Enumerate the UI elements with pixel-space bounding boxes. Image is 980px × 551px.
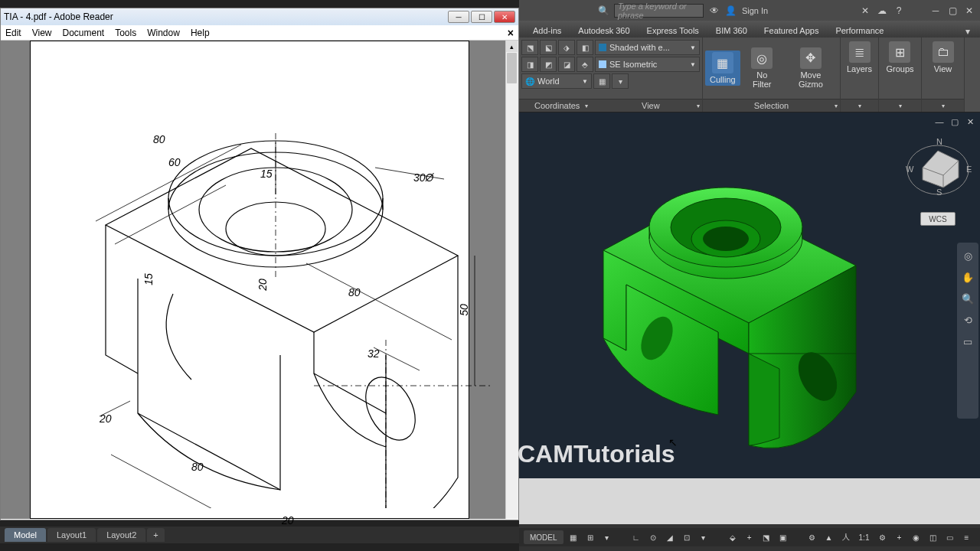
panel-groups-drop[interactable]: ▾: [879, 99, 921, 112]
ucs-icon-5[interactable]: ◨: [521, 57, 538, 72]
move-gizmo-button[interactable]: ✥Move Gizmo: [784, 46, 838, 90]
selection-cycling-icon[interactable]: ▣: [776, 530, 790, 544]
view-preset-dropdown[interactable]: SE Isometric▼: [595, 57, 700, 72]
3dosnap-icon[interactable]: ⬙: [726, 530, 740, 544]
anno-scale-icon[interactable]: 人: [839, 530, 853, 544]
layers-button[interactable]: ≣Layers: [842, 40, 877, 75]
ucs-icon-8[interactable]: ⬘: [577, 57, 593, 72]
clean-screen-icon[interactable]: ▭: [942, 530, 956, 544]
dyn-input-icon[interactable]: +: [743, 530, 756, 544]
grid-icon[interactable]: ▦: [567, 530, 580, 544]
menu-document[interactable]: Document: [62, 28, 104, 38]
user-icon[interactable]: 👤: [725, 5, 737, 17]
pan-icon[interactable]: ✋: [961, 270, 975, 284]
menu-view[interactable]: View: [32, 28, 52, 38]
viewport-drop-icon[interactable]: ▾: [612, 73, 629, 89]
close-button[interactable]: ✕: [494, 11, 515, 23]
orbit-icon[interactable]: ⟲: [961, 313, 975, 327]
viewport-maximize-icon[interactable]: ▢: [949, 116, 961, 127]
ucs-world-dropdown[interactable]: 🌐World▼: [521, 73, 592, 89]
reader-scrollbar[interactable]: ▴: [505, 41, 518, 519]
reader-titlebar[interactable]: TIA - 4.pdf - Adobe Reader ─ ☐ ✕: [1, 8, 518, 25]
search-input[interactable]: Type a keyword or phrase: [614, 4, 704, 18]
viewport-config-icon[interactable]: ▦: [593, 73, 610, 89]
tab-autodesk360[interactable]: Autodesk 360: [570, 24, 637, 37]
tab-layout1[interactable]: Layout1: [47, 528, 96, 542]
wcs-badge[interactable]: WCS: [920, 212, 956, 226]
isolate-icon[interactable]: ◫: [926, 530, 939, 544]
osnap-icon[interactable]: ⊡: [680, 530, 694, 544]
ortho-icon[interactable]: ∟: [629, 530, 643, 544]
viewport-minimize-icon[interactable]: —: [933, 116, 946, 127]
dim-20-left: 20: [100, 412, 112, 425]
panel-selection[interactable]: Selection▾: [703, 99, 840, 112]
iso-icon[interactable]: ◢: [663, 530, 677, 544]
tab-model[interactable]: Model: [5, 528, 46, 542]
tab-bim360[interactable]: BIM 360: [708, 24, 755, 37]
scroll-thumb[interactable]: [507, 53, 517, 83]
menu-help[interactable]: Help: [191, 28, 210, 38]
menu-edit[interactable]: Edit: [5, 28, 21, 38]
maximize-button[interactable]: ☐: [471, 11, 492, 23]
window-minimize-icon[interactable]: ─: [929, 5, 942, 17]
visual-style-dropdown[interactable]: Shaded with e...▼: [595, 40, 700, 55]
panel-view-drop[interactable]: ▾: [922, 99, 964, 112]
zoom-icon[interactable]: 🔍: [961, 292, 975, 305]
search-icon[interactable]: 🔍: [597, 5, 609, 17]
anno-monitor-icon[interactable]: ▲: [822, 530, 836, 544]
tab-performance[interactable]: Performance: [828, 24, 891, 37]
dim-20-bottom: 20: [282, 514, 294, 527]
panel-coordinates-view[interactable]: Coordinates ▾ View ▾: [519, 99, 702, 112]
no-filter-button[interactable]: ◎No Filter: [743, 46, 782, 90]
polar-icon[interactable]: ⊙: [646, 530, 660, 544]
tab-express-tools[interactable]: Express Tools: [639, 24, 707, 37]
gear-icon[interactable]: ⚙: [875, 530, 889, 544]
ucs-icon-2[interactable]: ⬕: [540, 40, 557, 55]
document-close-icon[interactable]: ×: [508, 27, 514, 39]
workspace-icon[interactable]: ⚙: [805, 530, 819, 544]
help-icon[interactable]: ?: [893, 5, 905, 17]
ucs-icon-3[interactable]: ⬗: [558, 40, 575, 55]
ucs-icon-1[interactable]: ⬔: [521, 40, 538, 55]
minimize-button[interactable]: ─: [448, 11, 469, 23]
3d-viewport[interactable]: — ▢ ✕: [519, 112, 980, 478]
dyn-ucs-icon[interactable]: ⬔: [760, 530, 773, 544]
status-model[interactable]: MODEL: [524, 530, 564, 544]
viewcube[interactable]: N E S W: [903, 135, 972, 197]
view-button[interactable]: 🗀View: [928, 40, 959, 75]
exchange-icon[interactable]: ✕: [859, 5, 871, 17]
ucs-icon-7[interactable]: ◪: [558, 57, 575, 72]
acad-titlebar: 🔍 Type a keyword or phrase 👁 👤 Sign In ✕…: [519, 0, 980, 21]
window-close-icon[interactable]: ✕: [963, 5, 975, 17]
customize-icon[interactable]: ≡: [959, 530, 973, 544]
snap-icon[interactable]: ⊞: [583, 530, 597, 544]
snap-drop-icon[interactable]: ▾: [600, 530, 614, 544]
hw-accel-icon[interactable]: ◉: [909, 530, 923, 544]
menu-window[interactable]: Window: [147, 28, 180, 38]
scroll-up-icon[interactable]: ▴: [506, 41, 518, 52]
scale-label[interactable]: 1:1: [856, 530, 873, 544]
culling-button[interactable]: ▦Culling: [705, 51, 740, 86]
add-scale-icon[interactable]: +: [892, 530, 906, 544]
sign-in-link[interactable]: Sign In: [742, 6, 768, 15]
showmotion-icon[interactable]: ▭: [961, 334, 975, 348]
menu-tools[interactable]: Tools: [115, 28, 136, 38]
tab-addins[interactable]: Add-ins: [525, 24, 569, 37]
tab-layout2[interactable]: Layout2: [97, 528, 145, 542]
tab-add[interactable]: +: [147, 528, 164, 542]
dim-50: 50: [458, 304, 470, 316]
ucs-icon-6[interactable]: ◩: [540, 57, 557, 72]
groups-button[interactable]: ⊞Groups: [881, 40, 918, 75]
full-nav-wheel-icon[interactable]: ◎: [961, 249, 975, 262]
panel-layers-drop[interactable]: ▾: [841, 99, 878, 112]
viewport-close-icon[interactable]: ✕: [964, 116, 976, 127]
window-restore-icon[interactable]: ▢: [946, 5, 959, 17]
binoculars-icon[interactable]: 👁: [708, 5, 720, 17]
reader-menubar: Edit View Document Tools Window Help ×: [1, 25, 518, 41]
tab-featured-apps[interactable]: Featured Apps: [756, 24, 827, 37]
cloud-icon[interactable]: ☁: [876, 5, 888, 17]
ribbon-options-icon[interactable]: ▾: [962, 25, 974, 37]
osnap-drop-icon[interactable]: ▾: [697, 530, 710, 544]
ucs-icon-4[interactable]: ◧: [577, 40, 593, 55]
command-line-area[interactable]: [519, 478, 980, 524]
